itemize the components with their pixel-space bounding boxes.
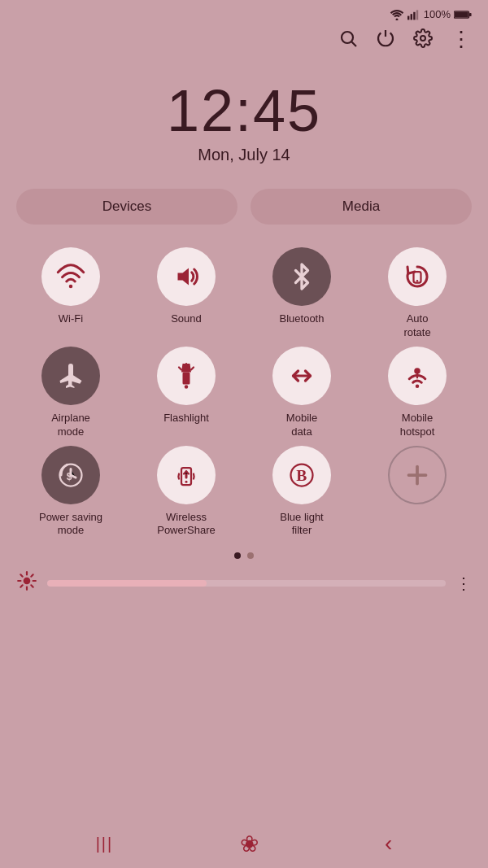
- svg-line-35: [31, 575, 33, 577]
- dot-2: [247, 552, 254, 559]
- tab-buttons: Devices Media: [0, 172, 488, 233]
- back-icon[interactable]: ‹: [385, 831, 392, 857]
- brightness-track[interactable]: [47, 580, 446, 587]
- hotspot-label: Mobile hotspot: [400, 412, 435, 439]
- wireless-icon-circle: [157, 446, 216, 504]
- autorotate-icon-circle: [388, 247, 447, 306]
- dot-1: [234, 552, 241, 559]
- battery-text: 100%: [424, 8, 451, 20]
- tile-autorotate[interactable]: Auto rotate: [363, 247, 472, 340]
- svg-line-32: [20, 575, 22, 577]
- tile-wifi[interactable]: Wi-Fi: [16, 247, 125, 340]
- svg-rect-7: [469, 12, 472, 15]
- tile-mobiledata[interactable]: Mobile data: [247, 347, 356, 439]
- bottom-nav: ||| ❀ ‹: [0, 819, 488, 868]
- tile-hotspot[interactable]: Mobile hotspot: [363, 347, 472, 439]
- svg-rect-6: [455, 11, 468, 17]
- clock-time: 12:45: [0, 77, 488, 144]
- clock-section: 12:45 Mon, July 14: [0, 61, 488, 172]
- tile-more[interactable]: [363, 446, 472, 539]
- tile-airplane[interactable]: Airplane mode: [16, 347, 125, 439]
- wireless-label: Wireless PowerShare: [157, 511, 216, 539]
- svg-point-27: [24, 578, 31, 585]
- airplane-icon-circle: [41, 347, 100, 405]
- tile-sound[interactable]: Sound: [132, 247, 241, 340]
- svg-line-34: [20, 586, 22, 587]
- svg-point-16: [185, 385, 189, 389]
- svg-point-8: [342, 32, 353, 43]
- hotspot-icon-circle: [388, 347, 447, 405]
- brightness-more-icon[interactable]: ⋮: [455, 574, 472, 593]
- more-icon[interactable]: ⋮: [451, 28, 472, 53]
- mobiledata-icon-circle: [272, 347, 331, 405]
- bluelight-label: Blue light filter: [280, 511, 323, 539]
- tile-wireless[interactable]: Wireless PowerShare: [132, 446, 241, 539]
- svg-point-14: [416, 280, 418, 281]
- svg-rect-15: [183, 372, 190, 384]
- bluetooth-icon-circle: [272, 247, 331, 306]
- search-icon[interactable]: [338, 28, 358, 53]
- wifi-icon-circle: [41, 247, 100, 306]
- tiles-grid: Wi-Fi Sound Bluetooth: [0, 233, 488, 546]
- wifi-label: Wi-Fi: [59, 312, 83, 326]
- svg-text:B: B: [296, 466, 307, 483]
- battery-icon: [454, 10, 472, 20]
- svg-rect-4: [416, 10, 418, 20]
- bluelight-icon-circle: B: [272, 446, 331, 504]
- tile-bluelight[interactable]: B Blue light filter: [247, 446, 356, 539]
- svg-rect-2: [410, 14, 412, 20]
- powersaving-label: Power saving mode: [39, 511, 102, 539]
- sound-icon-circle: [157, 247, 216, 306]
- clock-date: Mon, July 14: [0, 146, 488, 164]
- status-bar: 100%: [0, 0, 488, 24]
- mobiledata-label: Mobile data: [286, 412, 317, 439]
- pagination-dots: [0, 546, 488, 562]
- bluetooth-label: Bluetooth: [280, 312, 325, 326]
- svg-marker-12: [178, 268, 190, 286]
- svg-line-33: [31, 586, 33, 587]
- brightness-icon: [16, 570, 37, 596]
- tile-bluetooth[interactable]: Bluetooth: [247, 247, 356, 340]
- svg-point-18: [416, 384, 420, 388]
- svg-point-22: [185, 480, 188, 482]
- brightness-fill: [47, 580, 207, 587]
- sound-label: Sound: [171, 312, 202, 326]
- tab-media[interactable]: Media: [251, 189, 472, 225]
- tab-devices[interactable]: Devices: [16, 189, 237, 225]
- flashlight-label: Flashlight: [163, 412, 209, 425]
- signal-status-icon: [407, 9, 420, 20]
- power-icon[interactable]: [376, 28, 395, 53]
- airplane-label: Airplane mode: [51, 412, 90, 439]
- top-toolbar: ⋮: [0, 24, 488, 61]
- powersaving-icon-circle: $: [41, 446, 100, 504]
- svg-text:$: $: [67, 471, 72, 482]
- settings-icon[interactable]: [413, 28, 433, 53]
- tile-powersaving[interactable]: $ Power saving mode: [16, 446, 125, 539]
- autorotate-label: Auto rotate: [403, 312, 430, 340]
- recent-apps-icon[interactable]: |||: [96, 835, 114, 853]
- svg-point-11: [69, 285, 73, 289]
- flashlight-icon-circle: [157, 347, 216, 405]
- more-icon-circle: [388, 446, 447, 504]
- svg-rect-1: [407, 15, 409, 20]
- svg-point-0: [395, 18, 398, 20]
- status-icons: 100%: [390, 8, 472, 20]
- svg-point-10: [420, 36, 425, 41]
- tile-flashlight[interactable]: Flashlight: [132, 347, 241, 439]
- home-icon[interactable]: ❀: [240, 831, 259, 857]
- svg-rect-3: [413, 11, 415, 20]
- svg-line-9: [352, 42, 357, 47]
- wifi-status-icon: [390, 9, 404, 20]
- brightness-row: ⋮: [0, 562, 488, 604]
